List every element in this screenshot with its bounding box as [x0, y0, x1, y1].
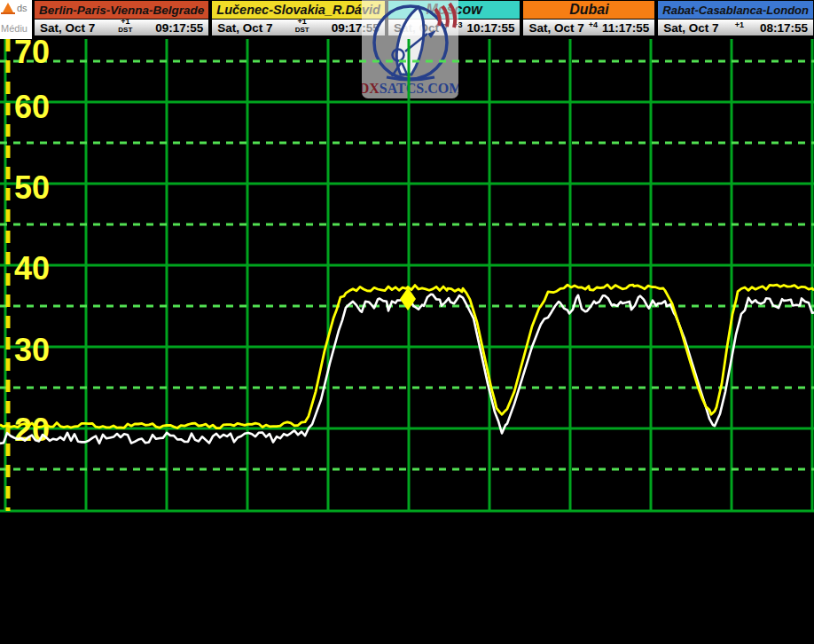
time-label: 09:17:55 — [155, 21, 203, 35]
utc-offset: +1 DST — [118, 20, 132, 35]
watermark-text-dx: DX — [362, 81, 380, 96]
utc-offset: +4 — [589, 24, 598, 32]
dxsatcs-logo-icon: DXSATCS.COM — [362, 0, 458, 98]
clock-panel-berlin: Berlin-Paris-Vienna-Belgrade Sat, Oct 7 … — [32, 0, 209, 39]
date-label: Sat, Oct 7 — [528, 21, 583, 35]
utc-offset: +1 DST — [295, 20, 309, 35]
dxsatcs-watermark: DXSATCS.COM — [362, 0, 458, 98]
time-label: 10:17:55 — [466, 21, 514, 35]
time-label: 08:17:55 — [760, 21, 808, 35]
background-app-strip: ds Médiu — [0, 0, 32, 39]
vlc-cone-icon — [3, 3, 13, 12]
background-app-text: ds — [17, 3, 27, 13]
date-label: Sat, Oct 7 — [663, 21, 718, 35]
time-label: 11:17:55 — [602, 21, 649, 35]
time-row: Sat, Oct 7 +1 08:17:55 — [657, 20, 814, 36]
utc-offset: +1 — [735, 24, 744, 32]
clock-panel-lucenec: Lučenec-Slovakia_R.Dávid Sat, Oct 7 +1 D… — [209, 0, 386, 39]
date-label: Sat, Oct 7 — [217, 21, 272, 35]
city-label: Rabat-Casablanca-London — [657, 0, 814, 20]
city-label: Dubai — [522, 0, 655, 20]
time-row: Sat, Oct 7 +1 DST 09:17:55 — [34, 20, 209, 36]
time-row: Sat, Oct 7 +1 DST 09:17:55 — [211, 20, 386, 36]
svg-text:DXSATCS.COM: DXSATCS.COM — [362, 81, 458, 96]
clock-panel-dubai: Dubai Sat, Oct 7 +4 11:17:55 — [520, 0, 655, 39]
date-label: Sat, Oct 7 — [40, 21, 95, 35]
watermark-text-rest: SATCS.COM — [380, 81, 458, 96]
analyzer-screen: ds Médiu Berlin-Paris-Vienna-Belgrade Sa… — [0, 0, 814, 644]
clock-panel-rabat: Rabat-Casablanca-London Sat, Oct 7 +1 08… — [655, 0, 814, 39]
background-app-text2: Médiu — [1, 23, 27, 34]
time-row: Sat, Oct 7 +4 11:17:55 — [522, 20, 655, 36]
spectrum-plot-background — [0, 39, 814, 512]
readout-bar: SP 1MHz 4.8 kHzW 11603.800 MHz. Pwr 56.8… — [0, 512, 814, 644]
